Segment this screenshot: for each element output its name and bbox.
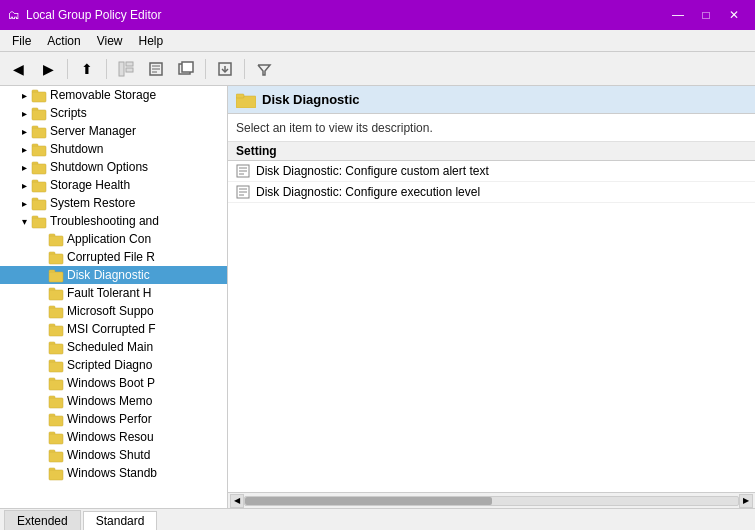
toolbar: ◀ ▶ ⬆ xyxy=(0,52,755,86)
filter-button[interactable] xyxy=(250,56,278,82)
toolbar-separator-4 xyxy=(244,59,245,79)
svg-rect-22 xyxy=(32,182,46,192)
setting-row-0[interactable]: Disk Diagnostic: Configure custom alert … xyxy=(228,161,755,182)
title-controls: — □ ✕ xyxy=(665,5,747,25)
tree-item-9[interactable]: Corrupted File R xyxy=(0,248,227,266)
right-pane-header: Disk Diagnostic xyxy=(228,86,755,114)
svg-rect-56 xyxy=(236,94,244,98)
right-pane-title: Disk Diagnostic xyxy=(262,92,360,107)
menu-item-view[interactable]: View xyxy=(89,32,131,50)
title-text: Local Group Policy Editor xyxy=(26,8,161,22)
svg-rect-2 xyxy=(126,68,133,72)
menu-item-file[interactable]: File xyxy=(4,32,39,50)
folder-icon xyxy=(31,141,47,157)
console-tree-icon xyxy=(118,61,134,77)
tree-item-15[interactable]: Scripted Diagno xyxy=(0,356,227,374)
tree-item-10[interactable]: Disk Diagnostic xyxy=(0,266,227,284)
tree-item-label: Scripts xyxy=(50,106,87,120)
tree-item-label: Scripted Diagno xyxy=(67,358,152,372)
show-hide-console-tree-button[interactable] xyxy=(112,56,140,82)
tree-item-0[interactable]: ▸Removable Storage xyxy=(0,86,227,104)
tree-item-label: Windows Boot P xyxy=(67,376,155,390)
svg-rect-8 xyxy=(182,62,193,72)
folder-icon xyxy=(31,105,47,121)
tree-item-21[interactable]: Windows Standb xyxy=(0,464,227,482)
folder-header-icon xyxy=(236,92,256,108)
svg-rect-26 xyxy=(32,218,46,228)
up-button[interactable]: ⬆ xyxy=(73,56,101,82)
folder-icon xyxy=(48,303,64,319)
svg-rect-48 xyxy=(49,416,63,426)
tree-item-6[interactable]: ▸System Restore xyxy=(0,194,227,212)
setting-icon xyxy=(236,164,250,178)
expand-arrow: ▾ xyxy=(18,215,30,227)
setting-row-1[interactable]: Disk Diagnostic: Configure execution lev… xyxy=(228,182,755,203)
right-pane-description: Select an item to view its description. xyxy=(228,114,755,142)
right-pane-scrollbar[interactable]: ◀ ▶ xyxy=(228,492,755,508)
svg-rect-46 xyxy=(49,398,63,408)
tree-item-label: Shutdown xyxy=(50,142,103,156)
svg-rect-16 xyxy=(32,128,46,138)
scroll-right-arrow[interactable]: ▶ xyxy=(739,494,753,508)
menu-item-help[interactable]: Help xyxy=(131,32,172,50)
tree-item-13[interactable]: MSI Corrupted F xyxy=(0,320,227,338)
svg-rect-1 xyxy=(126,62,133,66)
tab-extended[interactable]: Extended xyxy=(4,510,81,530)
tree-item-12[interactable]: Microsoft Suppo xyxy=(0,302,227,320)
tree-item-14[interactable]: Scheduled Main xyxy=(0,338,227,356)
folder-icon xyxy=(48,375,64,391)
svg-rect-12 xyxy=(32,92,46,102)
folder-icon xyxy=(48,231,64,247)
tree-item-16[interactable]: Windows Boot P xyxy=(0,374,227,392)
folder-icon xyxy=(48,465,64,481)
scroll-left-arrow[interactable]: ◀ xyxy=(230,494,244,508)
tab-standard[interactable]: Standard xyxy=(83,511,158,530)
folder-icon xyxy=(48,249,64,265)
forward-button[interactable]: ▶ xyxy=(34,56,62,82)
svg-rect-32 xyxy=(49,272,63,282)
title-bar: 🗂 Local Group Policy Editor — □ ✕ xyxy=(0,0,755,30)
folder-icon xyxy=(48,321,64,337)
tree-item-18[interactable]: Windows Perfor xyxy=(0,410,227,428)
svg-rect-20 xyxy=(32,164,46,174)
tree-item-1[interactable]: ▸Scripts xyxy=(0,104,227,122)
tree-item-label: Windows Memo xyxy=(67,394,152,408)
tree-item-3[interactable]: ▸Shutdown xyxy=(0,140,227,158)
svg-rect-40 xyxy=(49,344,63,354)
tree-item-17[interactable]: Windows Memo xyxy=(0,392,227,410)
tree-item-20[interactable]: Windows Shutd xyxy=(0,446,227,464)
toolbar-separator-3 xyxy=(205,59,206,79)
close-button[interactable]: ✕ xyxy=(721,5,747,25)
svg-rect-38 xyxy=(49,326,63,336)
back-button[interactable]: ◀ xyxy=(4,56,32,82)
tree-item-19[interactable]: Windows Resou xyxy=(0,428,227,446)
tree-item-label: MSI Corrupted F xyxy=(67,322,156,336)
tree-item-7[interactable]: ▾Troubleshooting and xyxy=(0,212,227,230)
tree-item-11[interactable]: Fault Tolerant H xyxy=(0,284,227,302)
properties-button[interactable] xyxy=(142,56,170,82)
tree-item-2[interactable]: ▸Server Manager xyxy=(0,122,227,140)
tree-pane[interactable]: ▸Removable Storage▸Scripts▸Server Manage… xyxy=(0,86,228,508)
svg-rect-18 xyxy=(32,146,46,156)
menu-item-action[interactable]: Action xyxy=(39,32,88,50)
folder-icon xyxy=(31,195,47,211)
title-bar-left: 🗂 Local Group Policy Editor xyxy=(8,8,161,22)
horizontal-scrollbar-track[interactable] xyxy=(244,496,739,506)
minimize-button[interactable]: — xyxy=(665,5,691,25)
tree-item-4[interactable]: ▸Shutdown Options xyxy=(0,158,227,176)
folder-icon xyxy=(31,123,47,139)
svg-rect-30 xyxy=(49,254,63,264)
tree-item-8[interactable]: Application Con xyxy=(0,230,227,248)
table-header: Setting xyxy=(228,142,755,161)
properties-icon xyxy=(148,61,164,77)
expand-arrow: ▸ xyxy=(18,143,30,155)
new-window-icon xyxy=(178,61,194,77)
export-button[interactable] xyxy=(211,56,239,82)
right-pane: Disk Diagnostic Select an item to view i… xyxy=(228,86,755,508)
maximize-button[interactable]: □ xyxy=(693,5,719,25)
new-window-button[interactable] xyxy=(172,56,200,82)
tree-item-5[interactable]: ▸Storage Health xyxy=(0,176,227,194)
expand-arrow: ▸ xyxy=(18,107,30,119)
filter-icon xyxy=(256,61,272,77)
svg-rect-34 xyxy=(49,290,63,300)
